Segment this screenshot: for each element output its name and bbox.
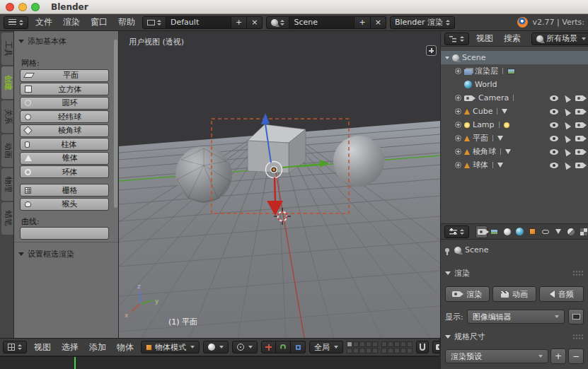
expander-icon[interactable] [455, 135, 461, 141]
panel-header-add-primitive[interactable]: 添加基本体 [14, 35, 119, 47]
visibility-eye-icon[interactable] [550, 163, 558, 168]
add-uv-sphere-button[interactable]: 经纬球 [20, 110, 109, 123]
panel-grip-icon[interactable] [103, 251, 115, 257]
expander-icon[interactable] [455, 122, 461, 128]
panel-grip-icon[interactable] [572, 334, 584, 340]
renderability-camera-icon[interactable] [575, 149, 584, 155]
outliner-row-world[interactable]: World [441, 78, 588, 91]
add-plane-button[interactable]: 平面 [20, 69, 109, 82]
outliner-item-label[interactable]: 棱角球 [473, 146, 496, 157]
outliner-item-label[interactable]: 球体 [473, 160, 488, 170]
render-audio-button[interactable]: 音频 [539, 286, 584, 302]
renderability-camera-icon[interactable] [575, 163, 584, 168]
render-panel-header[interactable]: 渲染 [445, 268, 584, 279]
tab-tools[interactable]: 工具 [1, 33, 14, 65]
outliner-row-render-layers[interactable]: 渲染层 [441, 64, 588, 78]
menu-object[interactable]: 物体 [113, 341, 137, 353]
preset-remove-button[interactable]: − [568, 348, 584, 364]
render-engine-selector[interactable]: Blender 渲染 [390, 16, 455, 29]
add-cone-button[interactable]: 锥体 [20, 152, 109, 165]
add-torus-button[interactable]: 环体 [20, 165, 109, 178]
tab-relations[interactable]: 关系 [1, 100, 14, 133]
tab-render-layers[interactable] [488, 226, 500, 238]
window-close-button[interactable] [6, 3, 14, 11]
menu-render[interactable]: 渲染 [59, 16, 83, 28]
outliner-item-label[interactable]: Lamp [473, 120, 495, 129]
menu-view[interactable]: 视图 [473, 33, 497, 45]
panel-grip-icon[interactable] [572, 270, 584, 276]
editor-type-button[interactable] [444, 226, 469, 238]
render-animation-button[interactable]: 动画 [492, 286, 537, 302]
expand-region-button[interactable] [426, 45, 437, 56]
scene-name-field[interactable]: Scene [289, 16, 354, 29]
editor-type-button[interactable] [3, 341, 27, 353]
expander-icon[interactable] [455, 68, 461, 74]
add-ico-sphere-button[interactable]: 棱角球 [20, 124, 109, 137]
render-presets-dropdown[interactable]: 渲染预设 [445, 349, 548, 363]
outliner-row-camera[interactable]: Camera [441, 91, 588, 105]
visibility-eye-icon[interactable] [550, 109, 558, 115]
outliner-row-scene[interactable]: Scene [441, 51, 588, 64]
scene-browse-button[interactable] [266, 16, 289, 29]
visibility-eye-icon[interactable] [550, 122, 558, 128]
scene-unlink-button[interactable]: × [371, 16, 386, 29]
tab-constraints[interactable] [539, 226, 551, 238]
outliner-row-lamp[interactable]: Lamp [441, 118, 588, 131]
renderability-camera-icon[interactable] [575, 122, 584, 128]
visibility-eye-icon[interactable] [550, 95, 558, 101]
panel-header-render-border[interactable]: 设置框选渲染 [14, 248, 119, 259]
opengl-render-button[interactable] [432, 341, 440, 353]
tab-texture[interactable] [577, 226, 588, 238]
outliner-row-plane[interactable]: 平面 [441, 131, 588, 145]
panel-grip-icon[interactable] [103, 38, 115, 45]
pin-icon[interactable] [445, 248, 449, 252]
menu-search[interactable]: 搜索 [500, 33, 524, 45]
tab-object-data[interactable] [552, 226, 564, 238]
add-curve-button-clipped[interactable] [20, 227, 109, 240]
toolshelf-scrollbar[interactable] [114, 40, 117, 208]
mode-selector[interactable]: 物体模式 [141, 341, 200, 353]
expander-icon[interactable] [455, 108, 461, 115]
visibility-eye-icon[interactable] [550, 149, 558, 155]
renderability-camera-icon[interactable] [575, 95, 584, 101]
tab-create[interactable]: 创建 [1, 66, 14, 99]
tab-scene[interactable] [501, 226, 513, 238]
outliner-item-label[interactable]: Scene [462, 53, 486, 62]
expander-icon[interactable] [455, 162, 461, 168]
ico-sphere-object[interactable] [175, 146, 232, 203]
outliner-display-filter[interactable]: 所有场景 [531, 33, 588, 45]
lock-interface-button[interactable] [568, 309, 584, 324]
current-frame-indicator[interactable] [74, 357, 76, 369]
outliner-item-label[interactable]: Cube [473, 107, 492, 116]
layout-unlink-button[interactable]: × [247, 16, 263, 29]
layout-add-button[interactable]: + [231, 16, 247, 29]
selectability-cursor-icon[interactable] [563, 147, 571, 156]
outliner-item-label[interactable]: World [475, 80, 497, 89]
renderability-camera-icon[interactable] [575, 109, 584, 115]
translate-manipulator-button[interactable] [261, 341, 276, 353]
outliner-row-sphere[interactable]: 球体 [441, 158, 588, 172]
tab-physics[interactable]: 物理 [1, 168, 14, 201]
tab-world[interactable] [514, 226, 526, 238]
outliner-item-label[interactable]: Camera [478, 93, 509, 102]
tab-animation[interactable]: 动画 [1, 134, 14, 167]
outliner-row-cube[interactable]: Cube [441, 105, 588, 118]
outliner-item-label[interactable]: 平面 [473, 133, 488, 144]
outliner-row-ico-sphere[interactable]: 棱角球 [441, 145, 588, 158]
editor-type-button[interactable] [444, 33, 469, 45]
menu-view[interactable]: 视图 [30, 341, 54, 353]
editor-type-button[interactable] [4, 16, 28, 29]
expand-triangle-icon[interactable] [445, 57, 449, 59]
preset-add-button[interactable]: + [550, 348, 566, 364]
selectability-cursor-icon[interactable] [563, 134, 571, 143]
tab-object[interactable] [526, 226, 538, 238]
pivot-point-selector[interactable] [232, 341, 258, 353]
layer-grid-right[interactable] [381, 341, 413, 353]
layout-browse-button[interactable] [142, 16, 166, 29]
selectability-cursor-icon[interactable] [563, 107, 571, 116]
window-minimize-button[interactable] [18, 3, 27, 11]
expander-icon[interactable] [455, 148, 461, 155]
add-cylinder-button[interactable]: 柱体 [20, 138, 109, 151]
menu-window[interactable]: 窗口 [87, 16, 111, 28]
menu-help[interactable]: 帮助 [115, 16, 139, 28]
